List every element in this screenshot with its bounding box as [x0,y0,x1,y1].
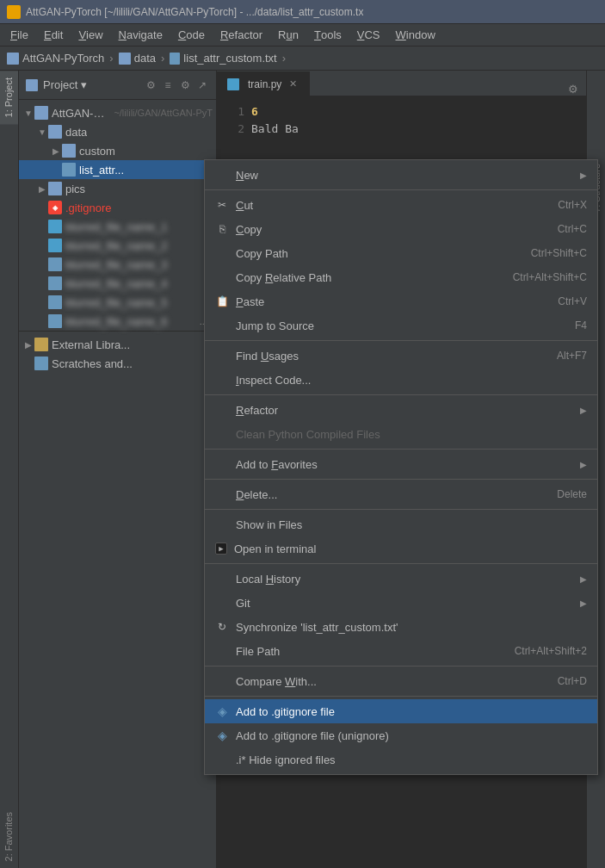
menu-code[interactable]: Code [171,26,212,45]
ctx-label-find-usages: Find Usages [236,350,550,363]
tree-item-external[interactable]: ▶ External Libra... [19,335,216,354]
terminal-icon: ▶ [215,542,227,555]
tree-item-blurred6[interactable]: blurred_file_name_6 ...0 [19,312,216,331]
ctx-item-add-gitignore[interactable]: ◈ Add to .gitignore file [205,699,597,723]
tree-item-blurred3[interactable]: blurred_file_name_3 [19,255,216,274]
breadcrumb-data[interactable]: data [134,52,156,65]
ctx-item-synchronize[interactable]: ↻ Synchronize 'list_attr_custom.txt' [205,615,597,639]
scratches-icon [34,356,48,370]
ctx-item-find-usages[interactable]: Find Usages Alt+F7 [205,344,597,368]
tree-label-pics: pics [65,183,85,195]
ctx-item-file-path[interactable]: File Path Ctrl+Alt+Shift+2 [205,639,597,663]
sidebar-tab-favorites[interactable]: 2: Favorites [0,805,18,868]
ctx-item-show-files[interactable]: Show in Files [205,512,597,536]
panel-icons: ⚙ ≡ ⚙ ↗ [144,78,209,92]
tree-item-data[interactable]: ▼ data [19,122,216,141]
editor-settings-icon[interactable]: ⚙ [560,83,586,96]
menu-tools[interactable]: Tools [307,26,349,45]
git-add-icon: ◈ [215,704,229,718]
breadcrumb-sep1: › [109,52,113,65]
py-icon-1 [48,220,62,233]
tab-train-py[interactable]: train.py ✕ [217,71,310,96]
tree-item-blurred5[interactable]: blurred_file_name_5 [19,293,216,312]
ctx-item-inspect-code[interactable]: Inspect Code... [205,368,597,392]
ctx-label-add-gitignore: Add to .gitignore file [236,705,587,718]
ctx-shortcut-copy-relative-path: Ctrl+Alt+Shift+C [513,271,587,283]
copy-icon: ⎘ [215,222,229,236]
ctx-item-refactor[interactable]: Refactor ▶ [205,398,597,422]
tree-arrow-pics: ▶ [36,183,48,195]
ctx-item-cut[interactable]: ✂ Cut Ctrl+X [205,193,597,217]
tree-arrow-data: ▼ [36,126,48,138]
ctx-arrow-new: ▶ [580,170,587,180]
tree-item-scratches[interactable]: Scratches and... [19,354,216,373]
breadcrumb-sep2: › [161,52,164,65]
menu-bar: File Edit View Navigate Code Refactor Ru… [0,24,605,46]
ctx-divider-1 [205,189,597,190]
menu-navigate[interactable]: Navigate [112,26,170,45]
ctx-item-delete[interactable]: Delete... Delete [205,482,597,506]
ctx-divider-2 [205,340,597,341]
tree-bottom-section: ▶ External Libra... Scratches and... [19,331,216,373]
ctx-item-add-favorites[interactable]: Add to Favorites ▶ [205,452,597,476]
ctx-label-new: New [236,169,573,182]
tree-item-root[interactable]: ▼ AttGAN-PyTorch ~/lilili/GAN/AttGAN-PyT [19,103,216,122]
tree-item-custom[interactable]: ▶ custom [19,141,216,160]
external-lib-icon [34,338,48,351]
cut-icon: ✂ [215,198,229,212]
panel-layout-icon[interactable]: ≡ [161,78,175,92]
ctx-divider-5 [205,479,597,480]
breadcrumb: AttGAN-PyTorch › data › list_attr_custom… [0,46,605,71]
breadcrumb-file[interactable]: list_attr_custom.txt [183,52,276,65]
title-bar: AttGAN-PyTorch [~/lilili/GAN/AttGAN-PyTo… [0,0,605,24]
ctx-label-copy: Copy [236,223,551,236]
panel-settings-icon[interactable]: ⚙ [178,78,192,92]
ctx-item-new[interactable]: New ▶ [205,163,597,187]
menu-run[interactable]: Run [271,26,306,45]
ctx-item-copy[interactable]: ⎘ Copy Ctrl+C [205,217,597,241]
tree-item-blurred2[interactable]: blurred_file_name_2 [19,236,216,255]
tab-close-train[interactable]: ✕ [287,78,299,90]
ctx-item-paste[interactable]: 📋 Paste Ctrl+V [205,289,597,313]
ctx-item-hide-ignored[interactable]: .i* Hide ignored files [205,747,597,772]
ctx-item-git[interactable]: Git ▶ [205,591,597,615]
sidebar-tab-project[interactable]: 1: Project [0,71,18,124]
menu-window[interactable]: Window [389,26,442,45]
folder-icon-custom [62,144,76,158]
menu-edit[interactable]: Edit [37,26,70,45]
tree-item-gitignore[interactable]: ◈ .gitignore [19,198,216,217]
ctx-item-clean-compiled: Clean Python Compiled Files [205,422,597,446]
context-menu: New ▶ ✂ Cut Ctrl+X ⎘ Copy Ctrl+C Copy Pa… [204,159,598,775]
folder-icon-root [34,106,48,120]
tree-item-pics[interactable]: ▶ pics [19,179,216,198]
ctx-shortcut-copy: Ctrl+C [558,223,587,235]
panel-gear-icon[interactable]: ⚙ [144,78,157,92]
ctx-divider-3 [205,394,597,395]
ctx-item-compare-with[interactable]: Compare With... Ctrl+D [205,669,597,693]
tree-label-blurred6: blurred_file_name_6 [65,315,168,328]
tree-label-blurred4: blurred_file_name_4 [65,277,168,290]
menu-refactor[interactable]: Refactor [213,26,269,45]
ctx-divider-6 [205,509,597,510]
ctx-label-hide-ignored: .i* Hide ignored files [236,753,587,766]
ctx-item-jump-source[interactable]: Jump to Source F4 [205,313,597,338]
ctx-item-add-gitignore-unignore[interactable]: ◈ Add to .gitignore file (unignore) [205,723,597,747]
ctx-item-copy-relative-path[interactable]: Copy Relative Path Ctrl+Alt+Shift+C [205,265,597,289]
ctx-item-open-terminal[interactable]: ▶ Open in terminal [205,536,597,561]
tree-item-blurred4[interactable]: blurred_file_name_4 [19,274,216,293]
ctx-label-delete: Delete... [236,488,550,501]
menu-file[interactable]: File [3,26,35,45]
menu-vcs[interactable]: VCS [350,26,387,45]
breadcrumb-project[interactable]: AttGAN-PyTorch [22,52,104,65]
file-icon-3 [48,257,62,271]
tree-item-blurred1[interactable]: blurred_file_name_1 [19,217,216,236]
tree-arrow-external: ▶ [22,338,34,350]
ctx-item-local-history[interactable]: Local History ▶ [205,567,597,591]
ctx-label-copy-path: Copy Path [236,247,524,260]
ctx-label-refactor: Refactor [236,404,573,417]
tree-item-list-attr[interactable]: list_attr... [19,160,216,179]
menu-view[interactable]: View [71,26,109,45]
panel-expand-icon[interactable]: ↗ [195,78,209,92]
ctx-arrow-refactor: ▶ [580,406,587,415]
ctx-item-copy-path[interactable]: Copy Path Ctrl+Shift+C [205,241,597,265]
